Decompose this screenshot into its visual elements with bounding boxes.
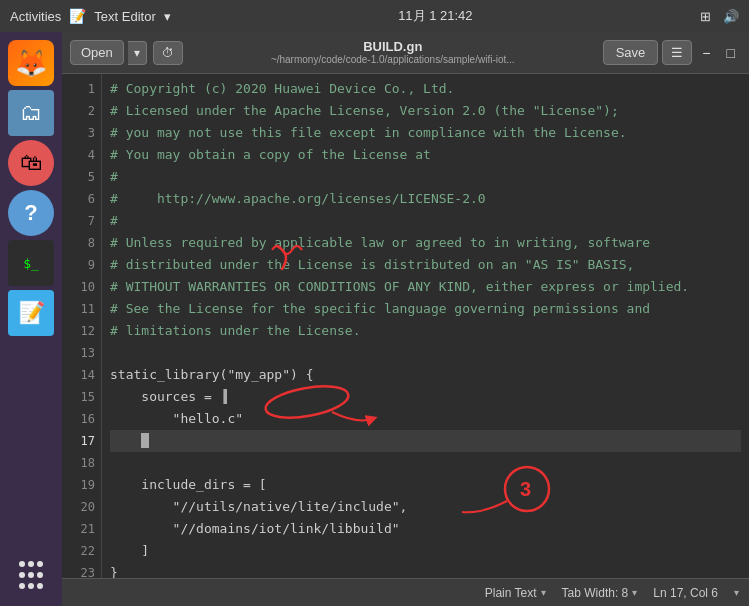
line-number-6: 6	[62, 188, 95, 210]
code-line-3[interactable]: # you may not use this file except in co…	[110, 122, 741, 144]
dot	[19, 561, 25, 567]
app-title: Text Editor	[94, 9, 155, 24]
code-line-9[interactable]: # distributed under the License is distr…	[110, 254, 741, 276]
sidebar: 🦊 🗂 🛍 ? $_ 📝	[0, 32, 62, 606]
system-bar-left: Activities 📝 Text Editor ▾	[10, 8, 171, 24]
volume-icon: 🔊	[723, 9, 739, 24]
toolbar-center: BUILD.gn ~/harmony/code/code-1.0/applica…	[187, 39, 599, 67]
firefox-icon: 🦊	[15, 48, 47, 79]
code-line-22[interactable]: ]	[110, 540, 741, 562]
code-line-21[interactable]: "//domains/iot/link/libbuild"	[110, 518, 741, 540]
line-numbers: 1234567891011121314151617181920212223	[62, 74, 102, 578]
line-number-17: 17	[62, 430, 95, 452]
line-number-8: 8	[62, 232, 95, 254]
cursor-position: Ln 17, Col 6	[653, 586, 718, 600]
line-number-20: 20	[62, 496, 95, 518]
dot	[37, 561, 43, 567]
help-icon: ?	[24, 200, 37, 226]
status-bar: Plain Text ▾ Tab Width: 8 ▾ Ln 17, Col 6…	[62, 578, 749, 606]
code-line-18[interactable]	[110, 452, 741, 474]
plain-text-chevron: ▾	[541, 587, 546, 598]
main-layout: 🦊 🗂 🛍 ? $_ 📝	[0, 32, 749, 606]
dot	[28, 583, 34, 589]
dot	[37, 572, 43, 578]
plain-text-label: Plain Text	[485, 586, 537, 600]
sidebar-item-firefox[interactable]: 🦊	[8, 40, 54, 86]
sidebar-item-software[interactable]: 🛍	[8, 140, 54, 186]
system-bar-datetime: 11月 1 21:42	[398, 7, 472, 25]
menu-button[interactable]: ☰	[662, 40, 692, 65]
line-number-12: 12	[62, 320, 95, 342]
sidebar-item-files[interactable]: 🗂	[8, 90, 54, 136]
line-number-1: 1	[62, 78, 95, 100]
code-line-20[interactable]: "//utils/native/lite/include",	[110, 496, 741, 518]
line-number-18: 18	[62, 452, 95, 474]
software-icon: 🛍	[20, 150, 42, 176]
terminal-icon: $_	[23, 256, 39, 271]
code-line-15[interactable]: sources = ▌	[110, 386, 741, 408]
save-button[interactable]: Save	[603, 40, 659, 65]
code-line-19[interactable]: include_dirs = [	[110, 474, 741, 496]
code-content[interactable]: # Copyright (c) 2020 Huawei Device Co., …	[102, 74, 749, 578]
code-line-2[interactable]: # Licensed under the Apache License, Ver…	[110, 100, 741, 122]
line-number-7: 7	[62, 210, 95, 232]
code-line-5[interactable]: #	[110, 166, 741, 188]
dot	[28, 572, 34, 578]
sidebar-item-help[interactable]: ?	[8, 190, 54, 236]
editor-container: Open ▾ ⏱ BUILD.gn ~/harmony/code/code-1.…	[62, 32, 749, 606]
editor-toolbar: Open ▾ ⏱ BUILD.gn ~/harmony/code/code-1.…	[62, 32, 749, 74]
code-line-14[interactable]: static_library("my_app") {	[110, 364, 741, 386]
plain-text-selector[interactable]: Plain Text ▾	[485, 586, 546, 600]
line-number-5: 5	[62, 166, 95, 188]
status-dropdown-chevron[interactable]: ▾	[734, 587, 739, 598]
app-dropdown-icon[interactable]: ▾	[164, 9, 171, 24]
code-line-4[interactable]: # You may obtain a copy of the License a…	[110, 144, 741, 166]
dot	[37, 583, 43, 589]
dot	[28, 561, 34, 567]
line-number-11: 11	[62, 298, 95, 320]
code-editor[interactable]: 1234567891011121314151617181920212223 # …	[62, 74, 749, 578]
sidebar-apps-grid[interactable]	[8, 552, 54, 598]
sidebar-item-gedit[interactable]: 📝	[8, 290, 54, 336]
code-line-12[interactable]: # limitations under the License.	[110, 320, 741, 342]
recent-icon: ⏱	[162, 46, 174, 60]
files-icon: 🗂	[20, 100, 42, 126]
line-number-16: 16	[62, 408, 95, 430]
system-bar: Activities 📝 Text Editor ▾ 11月 1 21:42 ⊞…	[0, 0, 749, 32]
maximize-button[interactable]: □	[721, 41, 741, 65]
file-path: ~/harmony/code/code-1.0/applications/sam…	[271, 54, 515, 66]
minimize-button[interactable]: −	[696, 41, 716, 65]
position-label: Ln 17, Col 6	[653, 586, 718, 600]
code-line-16[interactable]: "hello.c"	[110, 408, 741, 430]
line-number-4: 4	[62, 144, 95, 166]
code-line-6[interactable]: # http://www.apache.org/licenses/LICENSE…	[110, 188, 741, 210]
line-number-13: 13	[62, 342, 95, 364]
tab-width-label: Tab Width: 8	[562, 586, 629, 600]
dot	[19, 572, 25, 578]
code-line-1[interactable]: # Copyright (c) 2020 Huawei Device Co., …	[110, 78, 741, 100]
line-number-2: 2	[62, 100, 95, 122]
code-line-7[interactable]: #	[110, 210, 741, 232]
datetime-text: 11月 1 21:42	[398, 7, 472, 25]
open-dropdown-button[interactable]: ▾	[128, 41, 147, 65]
line-number-9: 9	[62, 254, 95, 276]
gedit-icon: 📝	[18, 300, 45, 326]
line-number-15: 15	[62, 386, 95, 408]
system-bar-right: ⊞ 🔊	[700, 9, 739, 24]
recent-files-button[interactable]: ⏱	[153, 41, 183, 65]
open-button[interactable]: Open	[70, 40, 124, 65]
sidebar-item-terminal[interactable]: $_	[8, 240, 54, 286]
activities-button[interactable]: Activities	[10, 9, 61, 24]
code-line-17[interactable]	[110, 430, 741, 452]
code-line-11[interactable]: # See the License for the specific langu…	[110, 298, 741, 320]
file-name: BUILD.gn	[363, 39, 422, 55]
line-number-19: 19	[62, 474, 95, 496]
code-line-8[interactable]: # Unless required by applicable law or a…	[110, 232, 741, 254]
tab-width-chevron: ▾	[632, 587, 637, 598]
code-line-10[interactable]: # WITHOUT WARRANTIES OR CONDITIONS OF AN…	[110, 276, 741, 298]
tab-width-selector[interactable]: Tab Width: 8 ▾	[562, 586, 638, 600]
dot	[19, 583, 25, 589]
code-line-23[interactable]: }	[110, 562, 741, 578]
code-line-13[interactable]	[110, 342, 741, 364]
app-icon: 📝	[69, 8, 86, 24]
